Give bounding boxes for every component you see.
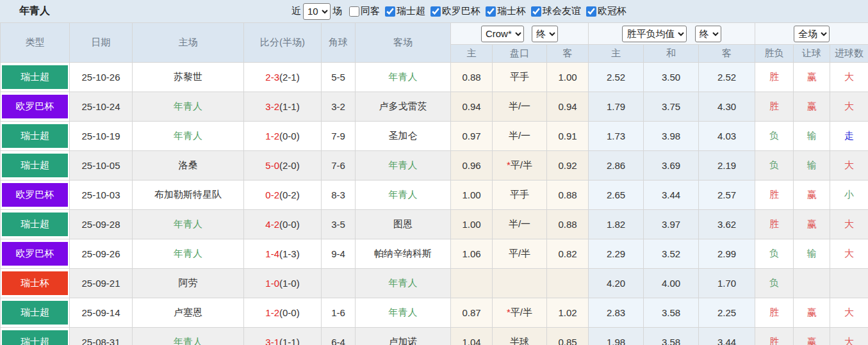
date-cell: 25-08-31 [70, 328, 133, 345]
corner-cell: 8-3 [322, 181, 356, 210]
eu-away-odds-cell: 2.57 [699, 181, 755, 210]
match-row: 欧罗巴杯25-10-24年青人3-2(1-1)3-2卢多戈雷茨0.94半/一0.… [1, 92, 868, 122]
eu-home-odds-cell: 2.65 [589, 181, 644, 210]
fulltime-score: 3-1 [265, 337, 279, 345]
fulltime-score: 1-2 [265, 131, 279, 141]
eu-home-odds-cell: 4.20 [589, 269, 644, 298]
winloss-result-cell: 负 [755, 151, 794, 181]
home-team-cell: 年青人 [133, 122, 244, 151]
asia-home-odds-cell: 0.94 [451, 92, 493, 122]
home-team-cell: 阿劳 [133, 269, 244, 298]
result-scope-select[interactable]: 全场 [794, 26, 830, 42]
score-cell: 3-2(1-1) [244, 92, 322, 122]
asia-home-odds-cell [451, 269, 493, 298]
corner-cell: 7-9 [322, 122, 356, 151]
asia-away-odds-cell: 0.82 [547, 239, 589, 269]
halftime-score: (0-0) [279, 219, 300, 230]
asia-company-select[interactable]: Crow* [481, 26, 524, 42]
filter-label: 同客 [361, 5, 380, 17]
winloss-result-cell: 胜 [755, 181, 794, 210]
handicap-cell: 半/一 [493, 210, 547, 239]
filter-label: 瑞士杯 [497, 5, 526, 17]
asia-time-select[interactable]: 终 [532, 26, 558, 42]
col-header-type: 类型 [1, 23, 70, 63]
match-row: 瑞士超25-10-19年青人1-2(0-0)7-9圣加仑0.97半/一0.911… [1, 122, 868, 151]
corner-cell: 9-4 [322, 239, 356, 269]
filter-controls: 近 10 场 同客瑞士超欧罗巴杯瑞士杯球会友谊欧冠杯 [290, 0, 626, 22]
filter-checkbox[interactable] [531, 6, 541, 17]
filter-瑞士杯[interactable]: 瑞士杯 [480, 5, 526, 17]
date-cell: 25-10-19 [70, 122, 133, 151]
goals-result-cell: 大 [830, 239, 868, 269]
league-badge: 瑞士超 [2, 330, 68, 345]
filter-checkbox[interactable] [430, 6, 441, 17]
eu-away-odds-cell: 3.44 [699, 328, 755, 345]
away-team-cell: 年青人 [356, 181, 451, 210]
league-type-cell: 欧罗巴杯 [1, 181, 70, 210]
date-cell: 25-10-24 [70, 92, 133, 122]
filter-checkbox[interactable] [349, 6, 359, 17]
goals-result-cell [830, 269, 868, 298]
score-cell: 2-3(2-1) [244, 63, 322, 92]
eu-home-odds-cell: 2.83 [589, 298, 644, 328]
goals-result-cell: 大 [830, 298, 868, 328]
fulltime-score: 2-3 [265, 72, 279, 83]
eu-draw-odds-cell: 3.69 [644, 151, 699, 181]
eu-draw-odds-cell: 3.97 [644, 210, 699, 239]
winloss-result-cell: 胜 [755, 210, 794, 239]
match-table-body: 瑞士超25-10-26苏黎世2-3(2-1)5-5年青人0.88平手1.002.… [1, 63, 868, 345]
filter-球会友谊[interactable]: 球会友谊 [526, 5, 581, 17]
winloss-result-cell: 负 [755, 269, 794, 298]
goals-result-cell: 小 [830, 181, 868, 210]
league-type-cell: 欧罗巴杯 [1, 92, 70, 122]
eu-away-odds-cell: 2.25 [699, 298, 755, 328]
eu-home-odds-cell: 2.52 [589, 63, 644, 92]
filter-同客[interactable]: 同客 [344, 5, 380, 17]
home-team-cell: 卢塞恩 [133, 298, 244, 328]
handicap-result-cell [794, 269, 830, 298]
score-cell: 0-2(0-2) [244, 181, 322, 210]
asia-away-odds-cell: 1.00 [547, 63, 589, 92]
eu-draw-odds-cell: 3.75 [644, 92, 699, 122]
team-title: 年青人 [19, 4, 50, 18]
col-header-score: 比分(半场) [244, 23, 322, 63]
league-type-cell: 瑞士超 [1, 122, 70, 151]
filter-瑞士超[interactable]: 瑞士超 [380, 5, 425, 17]
europe-time-select[interactable]: 终 [695, 26, 721, 42]
winloss-result-cell: 胜 [755, 63, 794, 92]
filter-checkbox[interactable] [486, 6, 496, 17]
col-header-corner: 角球 [322, 23, 356, 63]
halftime-score: (0-0) [279, 307, 300, 318]
eu-draw-odds-cell: 3.58 [644, 298, 699, 328]
recent-count-select[interactable]: 10 [303, 3, 331, 20]
fulltime-score: 5-0 [265, 160, 279, 171]
filter-欧罗巴杯[interactable]: 欧罗巴杯 [425, 5, 480, 17]
sub-header-handicap-result: 让球 [794, 45, 830, 63]
score-cell: 1-4(1-3) [244, 239, 322, 269]
filter-欧冠杯[interactable]: 欧冠杯 [581, 5, 626, 17]
date-cell: 25-09-26 [70, 239, 133, 269]
league-badge: 瑞士超 [2, 154, 68, 177]
asia-home-odds-cell: 1.04 [451, 328, 493, 345]
league-filters: 同客瑞士超欧罗巴杯瑞士杯球会友谊欧冠杯 [344, 5, 626, 17]
handicap-cell: 半/一 [493, 122, 547, 151]
asia-odds-group-header: Crow* 终 [451, 23, 589, 45]
league-type-cell: 瑞士超 [1, 328, 70, 345]
filter-checkbox[interactable] [586, 6, 596, 17]
eu-away-odds-cell: 4.30 [699, 92, 755, 122]
league-type-cell: 瑞士超 [1, 210, 70, 239]
europe-company-select[interactable]: 胜平负均值 [622, 26, 687, 42]
halftime-score: (2-1) [279, 72, 300, 83]
filter-checkbox[interactable] [385, 6, 395, 17]
eu-draw-odds-cell: 3.44 [644, 181, 699, 210]
league-badge: 瑞士超 [2, 65, 68, 89]
asia-away-odds-cell: 0.94 [547, 92, 589, 122]
league-badge: 欧罗巴杯 [2, 183, 68, 207]
asia-away-odds-cell: 0.92 [547, 151, 589, 181]
asia-away-odds-cell: 0.85 [547, 328, 589, 345]
halftime-score: (0-2) [279, 189, 300, 200]
handicap-cell: *平/半 [493, 298, 547, 328]
halftime-score: (1-1) [279, 337, 300, 345]
goals-result-cell: 大 [830, 63, 868, 92]
handicap-result-cell: 赢 [794, 328, 830, 345]
